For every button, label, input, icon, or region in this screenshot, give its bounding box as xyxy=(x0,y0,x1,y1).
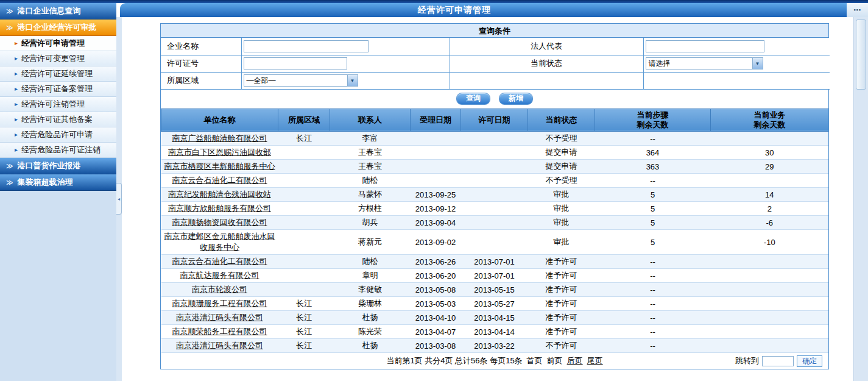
column-header: 所属区域 xyxy=(278,109,330,132)
step-days-cell: -- xyxy=(595,283,711,297)
last-page-link[interactable]: 尾页 xyxy=(587,355,603,366)
contact-cell: 蒋新元 xyxy=(330,230,411,255)
company-link[interactable]: 南京市轮渡公司 xyxy=(192,285,247,294)
license-date-cell xyxy=(461,202,528,216)
region-cell: 长江 xyxy=(278,339,330,353)
company-link[interactable]: 南京市建邺区金元船舶废油水回收服务中心 xyxy=(164,232,275,252)
company-link[interactable]: 南京顺荣船务工程有限公司 xyxy=(172,327,267,336)
accept-date-cell: 2013-06-20 xyxy=(411,269,461,283)
company-link[interactable]: 南京纪发船舶清仓残油回收站 xyxy=(168,190,271,199)
license-date-cell xyxy=(461,216,528,230)
region-select[interactable]: —全部— ▼ xyxy=(244,74,358,87)
sidebar-subitem-license-other-filing[interactable]: ▸ 经营许可证其他备案 xyxy=(0,112,116,127)
scrollbar-track[interactable] xyxy=(853,17,868,381)
company-link[interactable]: 南京航达服务有限公司 xyxy=(180,271,259,280)
contact-cell: 陆松 xyxy=(330,174,411,188)
sidebar-subitem-license-change[interactable]: ▸ 经营许可变更管理 xyxy=(0,51,116,66)
step-days-cell: -- xyxy=(595,174,711,188)
company-link[interactable]: 南京顺扬物资回收有限公司 xyxy=(172,218,267,227)
double-arrow-icon: ≫ xyxy=(6,7,13,15)
scrollbar-thumb[interactable] xyxy=(856,20,866,90)
search-button[interactable]: 查询 xyxy=(456,93,490,105)
company-link[interactable]: 南京云合石油化工有限公司 xyxy=(172,257,267,266)
license-no-input[interactable] xyxy=(244,57,347,69)
company-link[interactable]: 南京顺方欣船舶服务有限公司 xyxy=(168,204,271,213)
company-link[interactable]: 南京顺珊服务工程有限公司 xyxy=(172,299,267,308)
sidebar-subitem-license-filing[interactable]: ▸ 经营许可证备案管理 xyxy=(0,82,116,97)
first-page-link[interactable]: 首页 xyxy=(527,355,543,366)
legal-rep-input[interactable] xyxy=(646,40,764,52)
table-row: 南京云合石油化工有限公司 陆松 2013-06-26 2013-07-01 准予… xyxy=(161,255,829,269)
status-cell: 提交申请 xyxy=(528,160,595,174)
arrow-right-icon: ▸ xyxy=(15,132,18,138)
query-panel-title: 查询条件 xyxy=(161,24,828,38)
sidebar-collapse-handle[interactable]: ◂ xyxy=(116,183,122,215)
sidebar-subitem-license-application[interactable]: ▸ 经营许可申请管理 xyxy=(0,36,116,51)
next-page-link[interactable]: 后页 xyxy=(567,355,583,366)
region-cell xyxy=(278,283,330,297)
company-name-input[interactable] xyxy=(244,40,369,52)
step-days-cell: -- xyxy=(595,269,711,283)
sidebar-item-label: 港口企业经营许可审批 xyxy=(18,22,97,33)
add-button[interactable]: 新增 xyxy=(499,93,533,105)
region-cell xyxy=(278,216,330,230)
page-summary: 当前第1页 共分4页 总计56条 每页15条 xyxy=(386,355,522,366)
company-link[interactable]: 南京市栖霞区丰辉船舶服务中心 xyxy=(164,162,275,171)
accept-date-cell: 2013-09-12 xyxy=(411,202,461,216)
column-header: 当前业务 剩余天数 xyxy=(711,109,829,132)
step-days-cell: -- xyxy=(595,132,711,146)
status-cell: 准予许可 xyxy=(528,325,595,339)
business-days-cell: 14 xyxy=(711,188,829,202)
sidebar-item-license-approval[interactable]: ≫ 港口企业经营许可审批 xyxy=(0,20,116,36)
business-days-cell: 29 xyxy=(711,160,829,174)
sidebar-subitem-license-cancellation[interactable]: ▸ 经营许可注销管理 xyxy=(0,97,116,112)
company-link[interactable]: 南京广益船舶清舱有限公司 xyxy=(172,134,267,143)
current-status-select[interactable]: 请选择 ▼ xyxy=(646,57,763,69)
business-days-cell xyxy=(711,325,829,339)
sidebar-item-label: 经营许可申请管理 xyxy=(21,38,85,49)
contact-cell: 马蒙怀 xyxy=(330,188,411,202)
contact-cell: 柴珊林 xyxy=(330,297,411,311)
business-days-cell xyxy=(711,339,829,353)
sidebar-item-container-overload[interactable]: ≫ 集装箱超载治理 xyxy=(0,174,116,191)
status-cell: 不予受理 xyxy=(528,132,595,146)
contact-cell: 李健敏 xyxy=(330,283,411,297)
confirm-button[interactable]: 确定 xyxy=(797,355,822,367)
sidebar-item-label: 集装箱超载治理 xyxy=(18,177,73,188)
sidebar-gutter: ◂ xyxy=(116,17,122,381)
company-link[interactable]: 南京港清江码头有限公司 xyxy=(176,341,263,350)
sidebar-subitem-license-renewal[interactable]: ▸ 经营许可证延续管理 xyxy=(0,66,116,82)
company-link[interactable]: 南京港清江码头有限公司 xyxy=(176,313,263,322)
current-status-label: 当前状态 xyxy=(450,55,643,72)
query-form: 企业名称 法人代表 许可证号 当前状态 请选择 ▼ xyxy=(161,38,830,90)
header-corner: ⋯ xyxy=(847,3,868,17)
accept-date-cell: 2013-09-04 xyxy=(411,216,461,230)
collapse-arrow-icon: ◂ xyxy=(118,196,120,202)
region-cell xyxy=(278,202,330,216)
region-cell: 长江 xyxy=(278,132,330,146)
arrow-right-icon: ▸ xyxy=(15,147,18,153)
step-days-cell: -- xyxy=(595,297,711,311)
accept-date-cell: 2013-06-26 xyxy=(411,255,461,269)
contact-cell: 杜扬 xyxy=(330,339,411,353)
sidebar-item-cargo-report[interactable]: ≫ 港口普货作业报港 xyxy=(0,158,116,174)
license-date-cell: 2013-04-15 xyxy=(461,311,528,325)
sidebar-item-enterprise-info-query[interactable]: ≫ 港口企业信息查询 xyxy=(0,3,116,20)
status-cell: 准予许可 xyxy=(528,297,595,311)
company-link[interactable]: 南京云合石油化工有限公司 xyxy=(172,176,267,185)
status-cell: 不予受理 xyxy=(528,174,595,188)
sidebar: ≫ 港口企业信息查询 ≫ 港口企业经营许可审批 ▸ 经营许可申请管理 ▸ 经营许… xyxy=(0,3,116,381)
table-row: 南京云合石油化工有限公司 陆松 不予受理 -- xyxy=(161,174,829,188)
business-days-cell xyxy=(711,132,829,146)
query-panel: 查询条件 企业名称 法人代表 许可证号 当前状态 请选择 ▼ xyxy=(160,23,829,369)
sidebar-subitem-dangerous-goods-cancellation[interactable]: ▸ 经营危险品许可证注销 xyxy=(0,143,116,158)
company-link[interactable]: 南京市白下区恩赐污油回收部 xyxy=(168,148,271,157)
business-days-cell: -6 xyxy=(711,216,829,230)
accept-date-cell xyxy=(411,132,461,146)
status-cell: 不予许可 xyxy=(528,339,595,353)
prev-page-link[interactable]: 前页 xyxy=(547,355,563,366)
status-cell: 审批 xyxy=(528,230,595,255)
region-cell: 长江 xyxy=(278,311,330,325)
sidebar-subitem-dangerous-goods-application[interactable]: ▸ 经营危险品许可申请 xyxy=(0,127,116,143)
jump-page-input[interactable] xyxy=(762,356,794,366)
